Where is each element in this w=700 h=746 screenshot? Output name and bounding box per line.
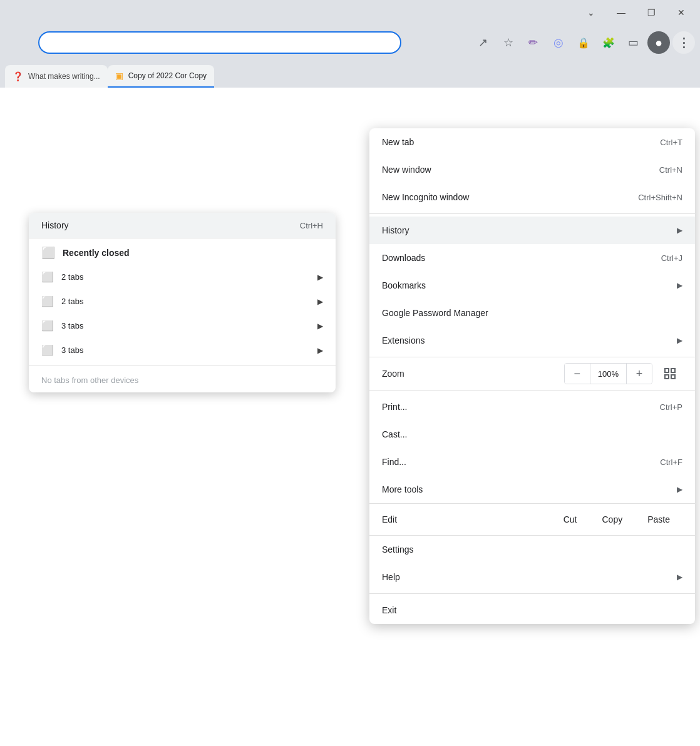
new-window-shortcut: Ctrl+N xyxy=(659,165,682,175)
bookmarks-label: Bookmarks xyxy=(382,280,672,290)
copy-button[interactable]: Copy xyxy=(590,511,636,528)
zoom-row: Zoom − 100% + xyxy=(369,360,695,387)
cast-label: Cast... xyxy=(382,429,682,439)
globe-icon[interactable]: ◎ xyxy=(547,31,570,54)
maximize-button[interactable]: ❐ xyxy=(637,3,665,23)
zoom-minus-button[interactable]: − xyxy=(565,364,590,384)
edit-actions: Cut Copy Paste xyxy=(551,511,682,528)
tab-copy-2022[interactable]: ▣ Copy of 2022 Cor Copy xyxy=(108,65,214,88)
history-item-2[interactable]: ⬜ 3 tabs ▶ xyxy=(29,314,336,338)
menu-item-password-manager[interactable]: Google Password Manager xyxy=(369,299,695,327)
menu-item-incognito[interactable]: New Incognito window Ctrl+Shift+N xyxy=(369,183,695,211)
menu-item-new-tab[interactable]: New tab Ctrl+T xyxy=(369,128,695,156)
window-icon-2: ⬜ xyxy=(41,320,54,332)
history-title: History xyxy=(41,220,69,230)
svg-rect-2 xyxy=(665,375,669,379)
downloads-label: Downloads xyxy=(382,253,661,263)
tab-what-makes-writing[interactable]: ❓ What makes writing... xyxy=(5,65,108,88)
new-tab-shortcut: Ctrl+T xyxy=(660,138,682,147)
menu-item-new-window[interactable]: New window Ctrl+N xyxy=(369,156,695,183)
new-window-label: New window xyxy=(382,165,659,175)
cut-button[interactable]: Cut xyxy=(551,511,590,528)
bookmarks-arrow-icon: ▶ xyxy=(677,281,682,290)
menu-item-history[interactable]: History ▶ xyxy=(369,217,695,244)
pen-icon[interactable]: ✏ xyxy=(522,31,545,54)
menu-item-print[interactable]: Print... Ctrl+P xyxy=(369,393,695,421)
window-icon-0: ⬜ xyxy=(41,271,54,283)
menu-item-bookmarks[interactable]: Bookmarks ▶ xyxy=(369,272,695,299)
menu-item-help[interactable]: Help ▶ xyxy=(369,563,695,591)
menu-item-find[interactable]: Find... Ctrl+F xyxy=(369,448,695,476)
arrow-icon-2: ▶ xyxy=(317,322,323,330)
arrow-icon-1: ▶ xyxy=(317,297,323,306)
close-button[interactable]: ✕ xyxy=(667,3,695,23)
recently-closed-header: ⬜ Recently closed xyxy=(29,238,336,265)
history-item-3[interactable]: ⬜ 3 tabs ▶ xyxy=(29,338,336,362)
divider-2 xyxy=(369,357,695,357)
paste-button[interactable]: Paste xyxy=(635,511,682,528)
extensions-label: Extensions xyxy=(382,335,672,345)
history-shortcut: Ctrl+H xyxy=(300,221,323,230)
history-divider xyxy=(29,365,336,365)
incognito-label: New Incognito window xyxy=(382,192,638,202)
tab2-icon: ▣ xyxy=(115,71,123,81)
edit-label: Edit xyxy=(382,514,551,524)
zoom-value: 100% xyxy=(590,364,627,384)
password-manager-label: Google Password Manager xyxy=(382,308,682,318)
menu-item-cast[interactable]: Cast... xyxy=(369,421,695,448)
find-shortcut: Ctrl+F xyxy=(660,457,682,467)
chevron-icon[interactable]: ⌄ xyxy=(577,3,605,23)
menu-item-exit[interactable]: Exit xyxy=(369,596,695,624)
incognito-shortcut: Ctrl+Shift+N xyxy=(638,193,682,202)
history-submenu: History Ctrl+H ⬜ Recently closed ⬜ 2 tab… xyxy=(29,213,336,392)
sidebar-icon[interactable]: ▭ xyxy=(622,31,645,54)
menu-item-extensions[interactable]: Extensions ▶ xyxy=(369,327,695,354)
avatar-icon[interactable]: ● xyxy=(647,31,670,54)
svg-rect-3 xyxy=(671,375,675,379)
zoom-label: Zoom xyxy=(382,369,564,379)
edit-row: Edit Cut Copy Paste xyxy=(369,503,695,536)
no-devices-label: No tabs from other devices xyxy=(29,368,336,392)
history-item-1[interactable]: ⬜ 2 tabs ▶ xyxy=(29,289,336,314)
exit-label: Exit xyxy=(382,605,682,615)
find-label: Find... xyxy=(382,457,660,467)
history-item-label-0: 2 tabs xyxy=(61,272,310,282)
menu-item-more-tools[interactable]: More tools ▶ xyxy=(369,476,695,503)
zoom-plus-button[interactable]: + xyxy=(627,364,652,384)
minimize-button[interactable]: — xyxy=(607,3,635,23)
divider-1 xyxy=(369,213,695,214)
menu-item-downloads[interactable]: Downloads Ctrl+J xyxy=(369,244,695,272)
zoom-controls: − 100% + xyxy=(564,363,652,384)
menu-button[interactable]: ⋮ xyxy=(672,31,695,54)
print-label: Print... xyxy=(382,402,660,412)
new-tab-label: New tab xyxy=(382,137,660,147)
window-icon: ⬜ xyxy=(41,246,55,260)
help-label: Help xyxy=(382,572,672,582)
svg-rect-1 xyxy=(671,369,675,372)
lock-icon[interactable]: 🔒 xyxy=(572,31,595,54)
arrow-icon-0: ▶ xyxy=(317,273,323,282)
downloads-shortcut: Ctrl+J xyxy=(661,253,682,263)
bookmark-icon[interactable]: ☆ xyxy=(497,31,520,54)
more-tools-arrow-icon: ▶ xyxy=(677,485,682,494)
window-icon-3: ⬜ xyxy=(41,344,54,356)
toolbar-icons: ↗ ☆ ✏ ◎ 🔒 🧩 ▭ ● ⋮ xyxy=(472,31,695,54)
divider-3 xyxy=(369,390,695,391)
menu-item-settings[interactable]: Settings xyxy=(369,536,695,563)
extensions-arrow-icon: ▶ xyxy=(677,336,682,345)
more-tools-label: More tools xyxy=(382,484,672,494)
puzzle-icon[interactable]: 🧩 xyxy=(597,31,620,54)
toolbar: ↗ ☆ ✏ ◎ 🔒 🧩 ▭ ● ⋮ xyxy=(0,25,700,60)
tab2-label: Copy of 2022 Cor Copy xyxy=(128,71,207,80)
page-content: History Ctrl+H ⬜ Recently closed ⬜ 2 tab… xyxy=(0,88,700,746)
print-shortcut: Ctrl+P xyxy=(660,402,682,412)
history-item-label-3: 3 tabs xyxy=(61,345,310,355)
history-item-label-2: 3 tabs xyxy=(61,321,310,330)
fullscreen-button[interactable] xyxy=(657,364,682,384)
arrow-icon-3: ▶ xyxy=(317,346,323,355)
history-arrow-icon: ▶ xyxy=(677,226,682,235)
history-item-label-1: 2 tabs xyxy=(61,297,310,306)
share-icon[interactable]: ↗ xyxy=(472,31,495,54)
history-item-0[interactable]: ⬜ 2 tabs ▶ xyxy=(29,265,336,289)
address-bar[interactable] xyxy=(38,31,401,54)
